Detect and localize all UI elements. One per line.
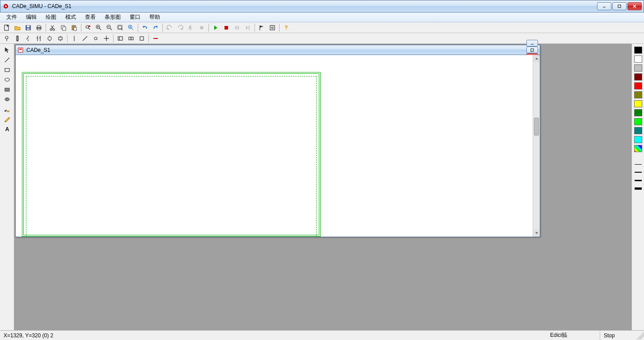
doc-maximize-button[interactable] <box>526 47 538 53</box>
color-swatch-white[interactable] <box>634 55 642 63</box>
brush-tool-icon[interactable] <box>2 105 13 114</box>
ellipse-tool-icon[interactable] <box>2 75 13 84</box>
color-swatch-teal[interactable] <box>634 127 642 134</box>
scroll-thumb[interactable] <box>534 118 539 136</box>
copy-icon[interactable] <box>59 23 68 32</box>
color-swatch-black[interactable] <box>634 47 642 54</box>
wire-diag-icon[interactable] <box>80 34 90 43</box>
lineweight-2[interactable] <box>634 169 642 175</box>
scroll-up-icon[interactable] <box>533 55 540 62</box>
find-icon[interactable] <box>83 23 93 32</box>
svg-rect-8 <box>27 26 30 27</box>
drawing-frame <box>22 72 321 237</box>
zoom-out-icon[interactable] <box>105 23 114 32</box>
lineweight-4[interactable] <box>634 185 642 191</box>
color-swatch-cyan[interactable] <box>634 136 642 143</box>
color-swatch-gray[interactable] <box>634 64 642 72</box>
svg-rect-40 <box>235 26 237 30</box>
color-swatch-olive[interactable] <box>634 91 642 98</box>
color-swatch-darkred[interactable] <box>634 73 642 81</box>
rotate-right-icon <box>175 23 185 32</box>
zoom-fit-icon[interactable] <box>115 23 125 32</box>
pencil-tool-icon[interactable] <box>2 115 13 123</box>
stop-icon[interactable] <box>221 23 231 32</box>
separator <box>81 24 81 32</box>
contact-nc-icon[interactable] <box>34 34 44 43</box>
svg-rect-61 <box>59 37 62 40</box>
main-titlebar: CADe_SIMU - CADe_S1 <box>0 0 644 13</box>
block1-icon[interactable] <box>115 34 125 43</box>
separator <box>138 24 138 32</box>
document-titlebar: CADe_S1 <box>16 45 540 55</box>
svg-rect-3 <box>618 5 621 8</box>
zoom-in-icon[interactable] <box>94 23 104 32</box>
color-swatch-red[interactable] <box>634 82 642 89</box>
menu-edit[interactable]: 编辑 <box>22 13 40 22</box>
color-swatch-rainbow[interactable] <box>634 145 642 152</box>
open-icon[interactable] <box>13 23 22 32</box>
menu-mode[interactable]: 模式 <box>62 13 80 22</box>
undo-icon[interactable] <box>140 23 150 32</box>
zoom-region-icon[interactable] <box>126 23 136 32</box>
maximize-button[interactable] <box>612 2 627 10</box>
resize-grip[interactable] <box>636 332 644 340</box>
play-icon[interactable] <box>211 23 220 32</box>
minimize-button[interactable] <box>597 2 611 10</box>
filled-ellipse-tool-icon[interactable] <box>2 95 13 104</box>
menu-view[interactable]: 查看 <box>81 13 99 22</box>
document-title: CADe_S1 <box>26 47 526 53</box>
lineweight-1[interactable] <box>634 161 642 167</box>
svg-point-47 <box>5 36 8 39</box>
svg-rect-77 <box>5 68 9 72</box>
block2-icon[interactable] <box>126 34 136 43</box>
menu-barchart[interactable]: 条形图 <box>101 13 124 22</box>
lamp-icon[interactable] <box>2 34 12 43</box>
text-tool-icon[interactable]: A <box>2 124 13 133</box>
color-swatch-yellow[interactable] <box>634 100 642 107</box>
settings-icon[interactable] <box>267 23 277 32</box>
color-swatch-green[interactable] <box>634 118 642 125</box>
print-icon[interactable] <box>34 23 44 32</box>
filled-rect-tool-icon[interactable] <box>2 85 13 94</box>
junction-icon[interactable] <box>102 34 111 43</box>
menu-help[interactable]: 帮助 <box>146 13 164 22</box>
line-tool-icon[interactable] <box>2 55 13 64</box>
close-button[interactable] <box>627 2 642 10</box>
help-icon[interactable]: ? <box>281 23 291 32</box>
svg-rect-72 <box>129 37 131 40</box>
svg-line-52 <box>26 38 28 39</box>
color-swatch-darkgreen[interactable] <box>634 109 642 116</box>
doc-minimize-button[interactable] <box>526 40 538 47</box>
wire-icon[interactable] <box>69 34 79 43</box>
record-icon <box>197 23 207 32</box>
lineweight-3[interactable] <box>634 177 642 183</box>
svg-point-58 <box>48 37 51 40</box>
rect-tool-icon[interactable] <box>2 65 13 74</box>
drawing-canvas[interactable] <box>16 55 533 237</box>
paste-icon[interactable] <box>69 23 79 32</box>
block3-icon[interactable] <box>137 34 147 43</box>
menu-window[interactable]: 窗口 <box>126 13 144 22</box>
fuse-icon[interactable] <box>13 34 22 43</box>
new-icon[interactable] <box>2 23 12 32</box>
redo-icon[interactable] <box>151 23 161 32</box>
coil-icon[interactable] <box>45 34 55 43</box>
menu-draw[interactable]: 绘图 <box>42 13 60 22</box>
node-icon[interactable] <box>91 34 101 43</box>
svg-line-30 <box>110 28 112 30</box>
line-red-icon[interactable] <box>151 34 161 43</box>
motor-icon[interactable] <box>55 34 65 43</box>
menu-bar: 文件 编辑 绘图 模式 查看 条形图 窗口 帮助 <box>0 13 644 22</box>
contact-no-icon[interactable] <box>23 34 33 43</box>
select-tool-icon[interactable] <box>2 46 13 55</box>
scroll-down-icon[interactable] <box>533 230 540 237</box>
save-icon[interactable] <box>23 23 33 32</box>
separator <box>162 24 163 32</box>
vertical-scrollbar[interactable] <box>533 55 540 237</box>
svg-rect-44 <box>270 26 275 30</box>
menu-file[interactable]: 文件 <box>3 13 21 22</box>
svg-rect-83 <box>18 48 23 52</box>
svg-rect-79 <box>5 88 9 91</box>
flag-icon[interactable] <box>257 23 267 32</box>
cut-icon[interactable] <box>48 23 58 32</box>
